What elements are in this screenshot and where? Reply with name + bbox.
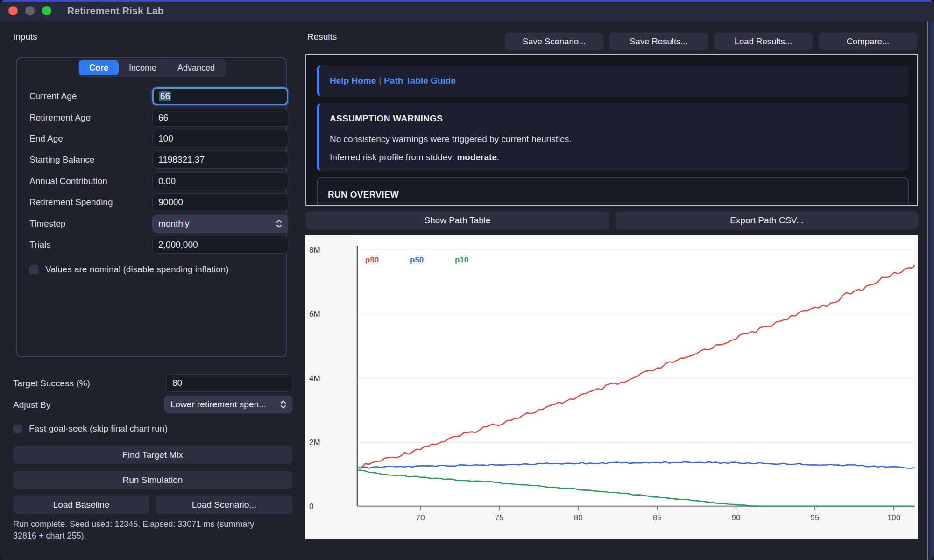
svg-text:75: 75 [495,513,504,522]
fast-goal-seek-label: Fast goal-seek (skip final chart run) [29,424,168,434]
fast-goal-seek-row: Fast goal-seek (skip final chart run) [13,424,168,434]
tab-income[interactable]: Income [119,60,167,75]
link-separator: | [376,76,384,86]
target-success-value: 80 [172,378,182,388]
retirement-spending-label: Retirement Spending [29,197,113,207]
nominal-checkbox[interactable] [29,265,38,274]
adjust-by-label: Adjust By [13,400,50,410]
window-title: Retirement Risk Lab [67,5,164,16]
svg-text:90: 90 [732,513,741,522]
svg-text:85: 85 [653,513,662,522]
results-section-label: Results [307,32,337,42]
tab-advanced[interactable]: Advanced [167,60,225,75]
svg-text:p90: p90 [365,255,379,264]
field-row-timestep: Timestepmonthly [29,215,275,233]
timestep-label: Timestep [29,219,65,229]
chevron-up-down-icon [280,400,286,409]
end-age-label: End Age [29,134,63,144]
inputs-tab-bar: CoreIncomeAdvanced [78,59,226,77]
retirement-age-value: 66 [158,113,168,123]
annual-contribution-value: 0.00 [158,176,176,186]
assumption-warnings-card: ASSUMPTION WARNINGS No consistency warni… [317,103,909,171]
svg-text:70: 70 [416,513,425,522]
svg-text:8M: 8M [309,246,320,255]
run-overview-title: RUN OVERVIEW [328,190,908,200]
svg-text:100: 100 [887,513,900,522]
title-bar: Retirement Risk Lab [0,0,934,21]
minimize-window-icon[interactable] [25,6,35,15]
run-overview-card: RUN OVERVIEW [317,177,909,206]
svg-text:p50: p50 [410,255,424,264]
end-age-value: 100 [158,134,173,144]
window-scrollbar[interactable] [927,21,934,560]
help-links-card: Help Home | Path Table Guide [317,65,909,96]
svg-text:80: 80 [574,513,583,522]
results-panel: Help Home | Path Table Guide ASSUMPTION … [305,54,918,206]
fast-goal-seek-checkbox[interactable] [13,425,22,433]
trials-input[interactable]: 2,000,000 [152,236,288,254]
assumption-warnings-title: ASSUMPTION WARNINGS [330,113,909,124]
annual-contribution-label: Annual Contribution [29,176,107,186]
trials-value: 2,000,000 [158,240,198,250]
nominal-checkbox-row: Values are nominal (disable spending inf… [29,264,229,275]
current-age-input[interactable]: 66 [152,87,288,105]
results-toolbar: Save Scenario...Save Results...Load Resu… [505,33,917,50]
nominal-checkbox-label: Values are nominal (disable spending inf… [45,264,229,275]
svg-text:0: 0 [309,502,313,511]
compare-button[interactable]: Compare... [819,33,917,50]
field-row-end-age: End Age100 [29,130,275,148]
current-age-label: Current Age [29,91,77,101]
status-text: Run complete. Seed used: 12345. Elapsed:… [13,518,272,542]
timestep-select[interactable]: monthly [152,215,288,233]
help-home-link[interactable]: Help Home [330,76,376,86]
save-scenario-button[interactable]: Save Scenario... [505,33,603,50]
path-table-guide-link[interactable]: Path Table Guide [384,76,456,86]
close-window-icon[interactable] [8,6,18,15]
zoom-window-icon[interactable] [42,6,51,15]
tab-core[interactable]: Core [79,60,119,75]
field-row-current-age: Current Age66 [29,87,275,105]
export-path-csv-button[interactable]: Export Path CSV... [616,212,918,229]
field-row-trials: Trials2,000,000 [29,236,275,254]
load-scenario-button[interactable]: Load Scenario... [156,496,292,514]
target-success-input[interactable]: 80 [166,374,292,392]
inputs-section-label: Inputs [13,32,37,42]
retirement-age-label: Retirement Age [29,113,91,123]
svg-text:2M: 2M [309,438,320,447]
svg-text:p10: p10 [455,255,468,264]
retirement-age-input[interactable]: 66 [152,109,288,127]
starting-balance-input[interactable]: 1198321.37 [152,151,288,169]
adjust-by-value: Lower retirement spen... [170,399,266,410]
percentile-chart: 8M6M4M2M0707580859095100p90p50p10 [305,235,918,539]
load-baseline-button[interactable]: Load Baseline [13,496,149,514]
field-row-annual-contribution: Annual Contribution0.00 [29,172,275,190]
starting-balance-value: 1198321.37 [158,155,205,165]
field-row-starting-balance: Starting Balance1198321.37 [29,151,275,169]
show-path-table-button[interactable]: Show Path Table [305,212,609,229]
save-results-button[interactable]: Save Results... [609,33,708,50]
find-target-mix-button[interactable]: Find Target Mix [13,446,292,464]
retirement-spending-input[interactable]: 90000 [152,193,288,211]
trials-label: Trials [29,240,51,250]
starting-balance-label: Starting Balance [29,155,94,165]
chevron-up-down-icon [276,219,282,228]
target-success-label: Target Success (%) [13,378,90,389]
end-age-input[interactable]: 100 [152,130,288,148]
svg-text:95: 95 [811,513,820,522]
assumption-warnings-line1: No consistency warnings were triggered b… [330,134,909,144]
run-simulation-button[interactable]: Run Simulation [13,471,292,489]
svg-text:6M: 6M [309,310,320,319]
load-results-button[interactable]: Load Results... [714,33,813,50]
timestep-value: monthly [158,219,190,229]
field-row-retirement-spending: Retirement Spending90000 [29,193,275,211]
field-row-retirement-age: Retirement Age66 [29,109,275,127]
retirement-spending-value: 90000 [158,197,183,207]
window-accent-border [0,0,934,2]
current-age-value: 66 [159,91,171,101]
adjust-by-select[interactable]: Lower retirement spen... [164,396,292,413]
annual-contribution-input[interactable]: 0.00 [152,172,288,190]
svg-text:4M: 4M [309,374,320,383]
app-window: Retirement Risk Lab Inputs Current Age66… [0,0,934,560]
chart-canvas: 8M6M4M2M0707580859095100p90p50p10 [305,235,918,539]
assumption-warnings-line2: Inferred risk profile from stddev: moder… [330,152,909,163]
